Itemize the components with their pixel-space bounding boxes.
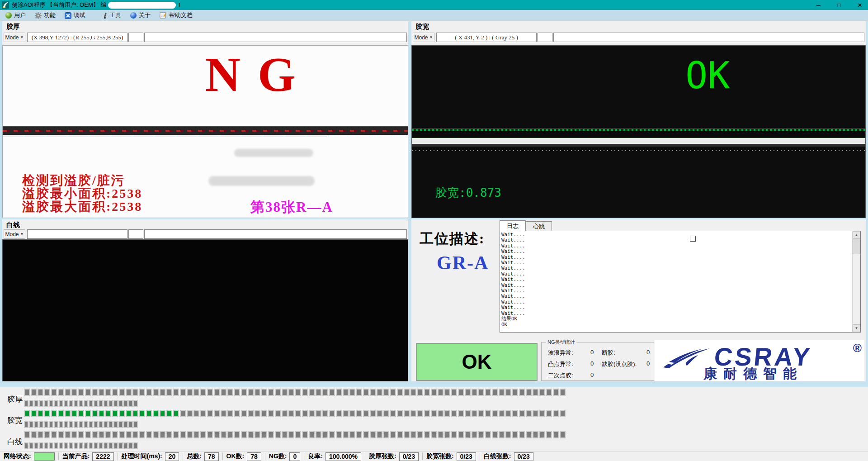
log-list[interactable]: Wait....Wait....Wait....Wait....Wait....…: [501, 232, 851, 331]
indicator-cell: [316, 389, 321, 396]
tab-log[interactable]: 日志: [500, 220, 526, 231]
white-line-image[interactable]: [2, 239, 408, 381]
indicator-cell: [309, 410, 315, 417]
indicator-cell: [85, 410, 91, 417]
indicator-cell: [71, 410, 77, 417]
indicator-cell: [173, 410, 179, 417]
chevron-down-icon: ▼: [20, 232, 24, 236]
indicator-cell: [472, 389, 477, 396]
scroll-up-icon[interactable]: ▲: [853, 231, 860, 239]
indicator-cell: [166, 410, 172, 417]
indicator-cell: [51, 389, 57, 396]
indicator-cell: [390, 431, 396, 438]
indicator-cell: [316, 431, 321, 438]
indicator-cell: [499, 410, 505, 417]
indicator-cell: [207, 410, 213, 417]
indicator-cell: [234, 410, 240, 417]
indicator-cell: [200, 410, 206, 417]
indicator-cell: [44, 389, 50, 396]
glue-thickness-image[interactable]: NG 检测到溢胶/脏污 溢胶最小面积:2538 溢胶最大面积:2538 第38张…: [2, 45, 408, 218]
indicator-cell: [377, 410, 382, 417]
menu-item-user[interactable]: 用户: [1, 10, 30, 21]
indicator-cell: [492, 389, 498, 396]
status-field-label: 当前产品:: [62, 452, 90, 461]
glue-width-measurement: 胶宽:0.873: [435, 185, 501, 201]
menu-item-tools[interactable]: 工具: [98, 10, 126, 21]
indicator-cell: [108, 442, 113, 449]
stat-label: 波浪异常:: [548, 349, 573, 357]
indicator-cell: [166, 431, 172, 438]
close-button[interactable]: ✕: [855, 2, 864, 9]
indicator-cell: [356, 410, 362, 417]
status-separator: [304, 453, 304, 460]
minimize-button[interactable]: ─: [814, 2, 823, 9]
defect-line: 溢胶最小面积:2538: [22, 187, 142, 200]
indicator-cell: [438, 431, 443, 438]
indicator-cell: [160, 431, 165, 438]
indicator-cell: [207, 389, 213, 396]
menu-item-help-doc[interactable]: 帮助文档: [155, 10, 197, 21]
indicator-cell: [370, 410, 376, 417]
menu-label: 工具: [109, 11, 121, 19]
indicator-cell: [268, 410, 274, 417]
menu-label: 用户: [14, 11, 26, 19]
status-field-value: 0/23: [399, 452, 419, 461]
indicator-cell: [255, 389, 260, 396]
indicator-cell: [99, 389, 104, 396]
indicator-cell: [282, 389, 288, 396]
indicator-cell: [424, 389, 430, 396]
indicator-cell: [560, 410, 566, 417]
indicator-cell: [187, 389, 193, 396]
indicator-cell: [105, 410, 111, 417]
glue-width-mode-dropdown[interactable]: Mode ▼: [413, 33, 434, 42]
status-separator: [265, 453, 265, 460]
status-field-label: OK数:: [226, 452, 245, 461]
indicator-cell: [553, 410, 559, 417]
indicator-cell: [505, 431, 511, 438]
indicator-cell: [54, 421, 58, 428]
status-field-label: NG数:: [269, 452, 287, 461]
indicator-cell: [118, 442, 123, 449]
menu-item-about[interactable]: 关于: [126, 10, 155, 21]
stat-label: 断胶:: [602, 349, 615, 357]
indicator-cell: [221, 431, 226, 438]
glue-width-image[interactable]: OK 胶宽:0.873: [411, 45, 866, 218]
brand-subtitle: 康耐德智能: [703, 365, 803, 383]
indicator-cell: [444, 389, 450, 396]
menu-item-debug[interactable]: 调试: [60, 10, 90, 21]
indicator-cell: [309, 389, 315, 396]
menu-item-function[interactable]: 功能: [30, 10, 60, 21]
indicator-cell: [64, 442, 68, 449]
maximize-button[interactable]: □: [835, 2, 844, 9]
indicator-cell: [451, 389, 457, 396]
indicator-cell: [74, 421, 78, 428]
indicator-cell: [112, 431, 118, 438]
white-line-mode-dropdown[interactable]: Mode ▼: [4, 229, 25, 239]
log-scrollbar[interactable]: ▲ ▼: [852, 231, 860, 332]
indicator-cell: [295, 389, 301, 396]
indicator-cell: [329, 410, 335, 417]
indicator-cell: [200, 389, 206, 396]
indicator-row: [24, 421, 138, 428]
indicator-cell: [255, 410, 260, 417]
scroll-down-icon[interactable]: ▼: [853, 324, 860, 332]
tab-heartbeat[interactable]: 心跳: [526, 221, 552, 231]
indicator-cell: [512, 389, 518, 396]
overall-result-button[interactable]: OK: [416, 343, 538, 381]
log-line: Wait....: [501, 243, 851, 249]
indicator-cell: [105, 389, 111, 396]
indicator-cell: [485, 410, 491, 417]
scrollbar-thumb[interactable]: [853, 239, 860, 254]
indicator-cell: [526, 410, 532, 417]
indicator-cell: [458, 410, 464, 417]
indicator-cell: [227, 431, 233, 438]
indicator-cell: [539, 410, 545, 417]
indicator-cell: [234, 431, 240, 438]
indicator-cell: [499, 389, 505, 396]
indicator-cell: [51, 410, 57, 417]
glue-thickness-mode-dropdown[interactable]: Mode ▼: [4, 33, 25, 42]
log-line: Wait....: [501, 283, 851, 288]
indicator-cell: [84, 442, 88, 449]
indicator-cell: [108, 400, 113, 407]
log-checkbox[interactable]: [690, 236, 696, 242]
